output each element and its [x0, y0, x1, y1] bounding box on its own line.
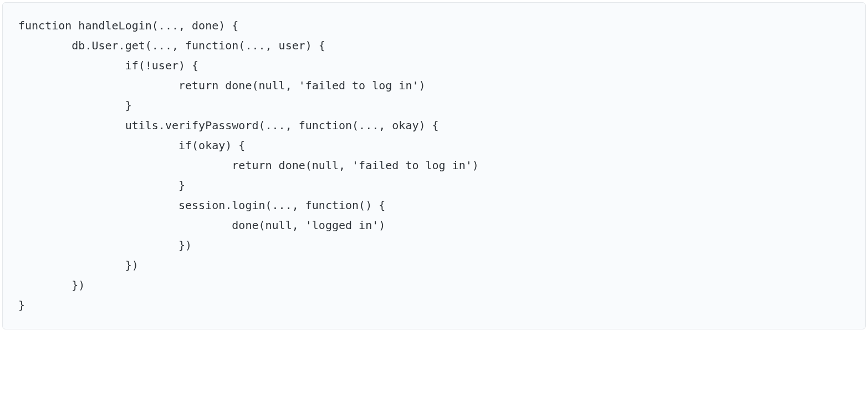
code-block: function handleLogin(..., done) { db.Use… — [2, 2, 866, 329]
code-content: function handleLogin(..., done) { db.Use… — [18, 19, 479, 312]
